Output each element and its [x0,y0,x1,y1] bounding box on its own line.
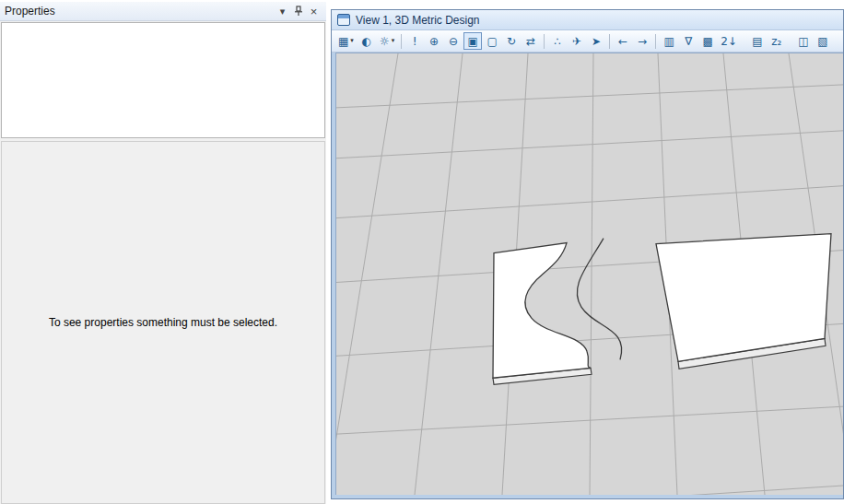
toolbar-separator [544,34,545,49]
view-title: View 1, 3D Metric Design [356,14,480,27]
viewport-canvas [336,53,843,495]
adjust-view-brightness-button[interactable]: ☼▾ [377,32,397,50]
fly-button[interactable]: ✈ [568,32,586,50]
view-title-bar[interactable]: View 1, 3D Metric Design [332,10,843,30]
navigate-view-button[interactable]: ➤ [587,32,605,50]
chevron-down-icon: ▾ [280,6,286,18]
properties-detail-area: To see properties something must be sele… [1,141,325,504]
camera-view-icon: ▧ [817,36,827,47]
pan-view-icon: ⇄ [526,36,535,47]
toolbar-separator [401,34,402,49]
toolbar-separator [655,34,656,49]
saved-views-icon: ▤ [752,36,762,47]
navigate-view-icon: ➤ [592,36,601,47]
clip-volume-icon: ∇ [685,36,692,47]
pin-icon [294,6,303,17]
clip-mask-icon: ▩ [702,36,712,47]
pan-view-button[interactable]: ⇄ [522,32,540,50]
view-next-button[interactable]: → [633,32,651,50]
camera-tool-icon: ! [413,36,417,47]
clip-mask-button[interactable]: ▩ [698,32,717,50]
display-style-icon: ◐ [362,36,371,47]
view-window-controls-icon: ◫ [798,36,808,47]
zoom-out-button[interactable]: ⊖ [444,32,463,50]
properties-panel: Properties ▾ × To see properties somethi… [0,2,326,504]
view-toolbar: ▦▾◐☼▾!⊕⊖▣▢↻⇄∴✈➤←→▥∇▩2↓▤z₂◫▧ [332,30,843,53]
rotate-view-button[interactable]: ↻ [502,32,521,50]
set-display-depth-icon: 2↓ [721,36,737,47]
rectangular-slab[interactable] [656,234,831,369]
window-area-button[interactable]: ▣ [463,32,482,50]
camera-tool-button[interactable]: ! [405,32,424,50]
zoom-out-icon: ⊖ [449,36,458,47]
walk-icon: ∴ [554,36,561,47]
s-curve-line[interactable] [577,239,621,360]
close-icon: × [311,5,318,18]
camera-view-button[interactable]: ▧ [814,32,832,50]
saved-views-button[interactable]: ▤ [748,32,767,50]
view-attributes-icon: ▦ [338,36,348,47]
clip-volume-button[interactable]: ∇ [679,32,697,50]
fly-icon: ✈ [572,36,581,47]
rotate-view-icon: ↻ [507,36,516,47]
dropdown-arrow-icon: ▾ [392,38,395,44]
toolbar-separator [609,34,610,49]
panel-menu-button[interactable]: ▾ [275,4,290,18]
properties-tree-area[interactable] [1,22,325,138]
dropdown-arrow-icon: ▾ [350,38,354,44]
view-window-controls-button[interactable]: ◫ [794,32,813,50]
view-next-icon: → [638,36,647,47]
zoom-in-icon: ⊕ [429,36,439,47]
view-window-icon [337,14,350,26]
fit-view-icon: ▢ [486,36,497,47]
s-shaped-solid[interactable] [493,243,592,385]
panel-close-button[interactable]: × [306,4,322,18]
zoom-in-button[interactable]: ⊕ [425,32,443,50]
display-style-button[interactable]: ◐ [358,32,376,50]
properties-title-bar: Properties ▾ × [0,2,326,21]
view-window: View 1, 3D Metric Design ▦▾◐☼▾!⊕⊖▣▢↻⇄∴✈➤… [331,9,844,499]
update-display-depth-icon: z₂ [771,36,781,47]
copy-view-icon: ▥ [663,36,674,47]
design-viewport[interactable] [335,53,843,495]
properties-title: Properties [5,5,55,18]
walk-button[interactable]: ∴ [548,32,567,50]
window-area-icon: ▣ [467,36,477,47]
view-previous-button[interactable]: ← [614,32,632,50]
adjust-view-brightness-icon: ☼ [380,36,390,47]
empty-selection-message: To see properties something must be sele… [38,316,288,329]
update-display-depth-button[interactable]: z₂ [768,32,786,50]
copy-view-button[interactable]: ▥ [660,32,678,50]
s-solid-top-face[interactable] [493,243,591,379]
view-attributes-button[interactable]: ▦▾ [335,32,357,50]
fit-view-button[interactable]: ▢ [483,32,501,50]
set-display-depth-button[interactable]: 2↓ [718,32,740,50]
panel-pin-button[interactable] [290,4,306,18]
view-previous-icon: ← [618,36,627,47]
